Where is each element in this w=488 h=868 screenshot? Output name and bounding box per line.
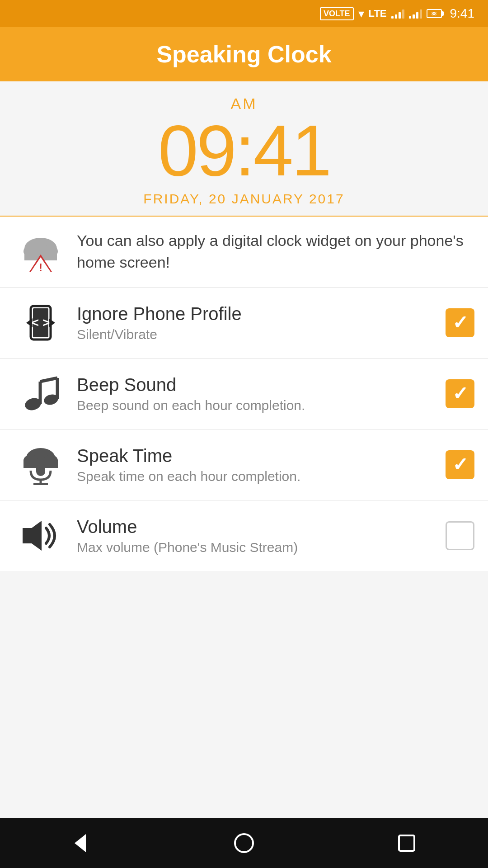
signal-bars-2 [409, 9, 422, 19]
volume-icon [14, 513, 68, 558]
speak-time-title: Speak Time [77, 446, 436, 466]
svg-point-35 [235, 834, 253, 852]
nav-bar [0, 818, 488, 868]
cloud-warning-icon: ! ! [14, 229, 68, 274]
beep-sound-title: Beep Sound [77, 375, 436, 395]
svg-text:< >: < > [32, 316, 50, 330]
svg-line-24 [40, 378, 57, 382]
volume-text: Volume Max volume (Phone's Music Stream) [68, 517, 446, 555]
svg-rect-30 [36, 463, 45, 476]
settings-item-volume[interactable]: Volume Max volume (Phone's Music Stream) [0, 500, 488, 571]
beep-sound-text: Beep Sound Beep sound on each hour compl… [68, 375, 446, 413]
ignore-phone-profile-title: Ignore Phone Profile [77, 304, 436, 324]
signal-bars-1 [391, 9, 404, 19]
ignore-phone-profile-text: Ignore Phone Profile Silent/Vibrate [68, 304, 446, 342]
speak-time-subtitle: Speak time on each hour completion. [77, 469, 436, 484]
checkmark-icon-2: ✓ [452, 384, 468, 403]
lte-label: LTE [369, 8, 387, 19]
svg-text:!: ! [39, 261, 42, 272]
settings-item-speak-time[interactable]: Speak Time Speak time on each hour compl… [0, 429, 488, 500]
beep-sound-checkbox[interactable]: ✓ [446, 379, 474, 408]
volume-checkbox[interactable] [446, 521, 474, 550]
phone-dev-icon: < > [14, 300, 68, 345]
battery-icon: 88 [427, 9, 442, 18]
clock-date: FRIDAY, 20 JANUARY 2017 [143, 191, 344, 207]
wifi-icon: ▾ [358, 7, 364, 21]
clock-time: 09:41 [158, 114, 330, 187]
speak-time-text: Speak Time Speak time on each hour compl… [68, 446, 446, 484]
svg-rect-36 [399, 835, 414, 851]
app-bar: Speaking Clock [0, 27, 488, 81]
settings-item-beep-sound[interactable]: Beep Sound Beep sound on each hour compl… [0, 359, 488, 429]
music-icon [14, 371, 68, 416]
speak-time-checkbox[interactable]: ✓ [446, 450, 474, 479]
recent-button[interactable] [380, 825, 434, 861]
home-button[interactable] [217, 825, 271, 861]
volume-title: Volume [77, 517, 436, 537]
ignore-phone-profile-subtitle: Silent/Vibrate [77, 327, 436, 342]
speak-cloud-icon [14, 442, 68, 487]
ignore-phone-profile-checkbox[interactable]: ✓ [446, 308, 474, 337]
status-bar: VOLTE ▾ LTE 88 9:41 [0, 0, 488, 27]
status-time: 9:41 [450, 6, 475, 21]
volume-subtitle: Max volume (Phone's Music Stream) [77, 540, 436, 555]
app-title: Speaking Clock [156, 41, 331, 68]
svg-marker-33 [23, 521, 42, 551]
settings-list: ! ! You can also apply a digital clock w… [0, 217, 488, 571]
info-text: You can also apply a digital clock widge… [68, 230, 474, 273]
back-button[interactable] [54, 825, 108, 861]
clock-section: AM 09:41 FRIDAY, 20 JANUARY 2017 [0, 81, 488, 217]
svg-marker-34 [75, 834, 86, 852]
beep-sound-subtitle: Beep sound on each hour completion. [77, 398, 436, 413]
volte-badge: VOLTE [320, 7, 354, 20]
status-icons: VOLTE ▾ LTE 88 9:41 [320, 6, 474, 21]
settings-item-ignore-phone-profile[interactable]: < > Ignore Phone Profile Silent/Vibrate … [0, 288, 488, 359]
checkmark-icon: ✓ [452, 313, 468, 332]
info-item: ! ! You can also apply a digital clock w… [0, 217, 488, 288]
checkmark-icon-3: ✓ [452, 455, 468, 474]
